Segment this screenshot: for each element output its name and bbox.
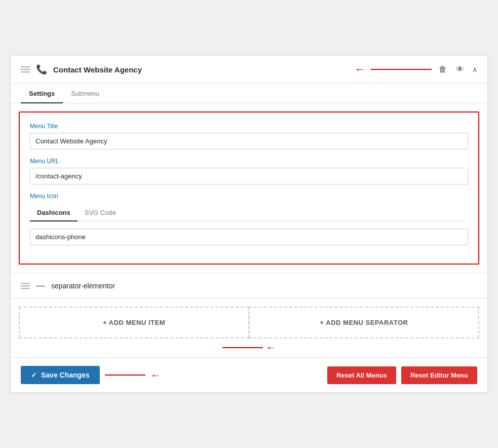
phone-icon: 📞 bbox=[36, 64, 47, 75]
separator-dash-icon: — bbox=[36, 280, 45, 291]
menu-item-header: 📞 Contact Website Agency ← 🗑 👁 ∧ bbox=[11, 56, 487, 84]
save-label: Save Changes bbox=[41, 371, 90, 379]
menu-title-input[interactable] bbox=[30, 133, 468, 150]
menu-url-input[interactable] bbox=[30, 168, 468, 184]
separator-drag-icon[interactable] bbox=[21, 283, 30, 289]
save-changes-button[interactable]: ✓ Save Changes bbox=[21, 366, 100, 384]
footer-bar: ✓ Save Changes ← Reset All Menus Reset E… bbox=[11, 357, 487, 392]
arrow-annotation-title: ← bbox=[355, 63, 366, 76]
arrow-annotation-add: ← bbox=[266, 342, 276, 353]
icon-tab-dashicons[interactable]: Dashicons bbox=[30, 205, 78, 221]
check-icon: ✓ bbox=[31, 371, 37, 379]
tab-submenu[interactable]: Submenu bbox=[63, 84, 107, 103]
add-buttons-row: + ADD MENU ITEM + ADD MENU SEPARATOR bbox=[19, 307, 479, 339]
drag-handle-icon[interactable] bbox=[21, 66, 30, 72]
delete-button[interactable]: 🗑 bbox=[438, 64, 448, 75]
arrow-annotation-save: ← bbox=[150, 369, 161, 381]
menu-item-title: Contact Website Agency bbox=[53, 65, 350, 74]
icon-tabs: Dashicons SVG Code bbox=[30, 205, 468, 221]
menu-url-label: Menu URL bbox=[30, 158, 468, 165]
reset-all-menus-button[interactable]: Reset All Menus bbox=[327, 366, 396, 384]
menu-title-group: Menu Title bbox=[30, 123, 468, 150]
settings-panel: Menu Title Menu URL Menu Icon Dashicons … bbox=[19, 111, 479, 265]
menu-url-group: Menu URL bbox=[30, 158, 468, 184]
visibility-button[interactable]: 👁 bbox=[455, 64, 465, 75]
menu-icon-group: Menu Icon Dashicons SVG Code bbox=[30, 193, 468, 245]
reset-editor-menu-button[interactable]: Reset Editor Menu bbox=[401, 366, 477, 384]
tabs-bar: Settings Submenu bbox=[11, 84, 487, 103]
icon-input[interactable] bbox=[30, 229, 468, 245]
menu-icon-label: Menu Icon bbox=[30, 193, 468, 200]
menu-title-label: Menu Title bbox=[30, 123, 468, 130]
separator-item: — separator-elementor bbox=[11, 273, 487, 298]
main-container: 📞 Contact Website Agency ← 🗑 👁 ∧ Setting… bbox=[10, 55, 488, 393]
header-actions: 🗑 👁 ∧ bbox=[438, 64, 477, 75]
tab-settings[interactable]: Settings bbox=[21, 84, 63, 103]
add-menu-item-button[interactable]: + ADD MENU ITEM bbox=[19, 307, 249, 339]
separator-title: separator-elementor bbox=[51, 282, 115, 290]
footer-right: Reset All Menus Reset Editor Menu bbox=[327, 366, 477, 384]
collapse-icon[interactable]: ∧ bbox=[472, 65, 477, 73]
icon-tab-svg[interactable]: SVG Code bbox=[78, 205, 123, 221]
add-menu-separator-button[interactable]: + ADD MENU SEPARATOR bbox=[249, 307, 479, 339]
